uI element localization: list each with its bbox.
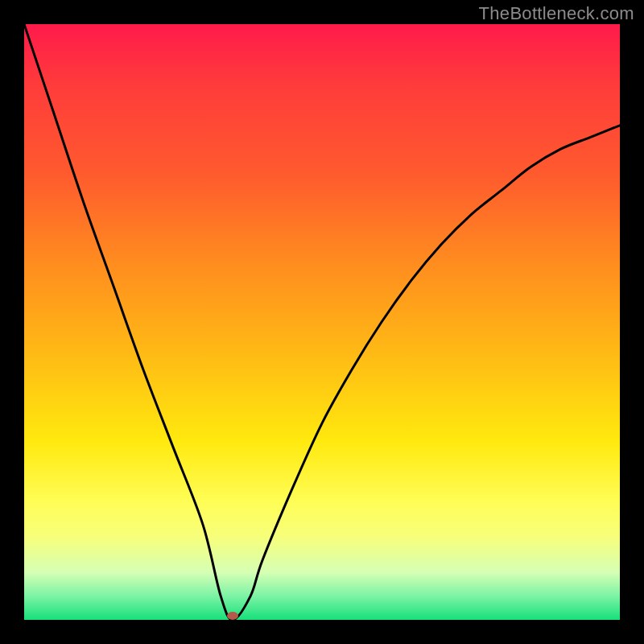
- min-point-marker: [227, 612, 238, 620]
- bottleneck-curve: [24, 24, 620, 620]
- watermark-text: TheBottleneck.com: [479, 3, 634, 24]
- plot-area: [24, 24, 620, 620]
- chart-frame: TheBottleneck.com: [0, 0, 644, 644]
- curve-svg: [24, 24, 620, 620]
